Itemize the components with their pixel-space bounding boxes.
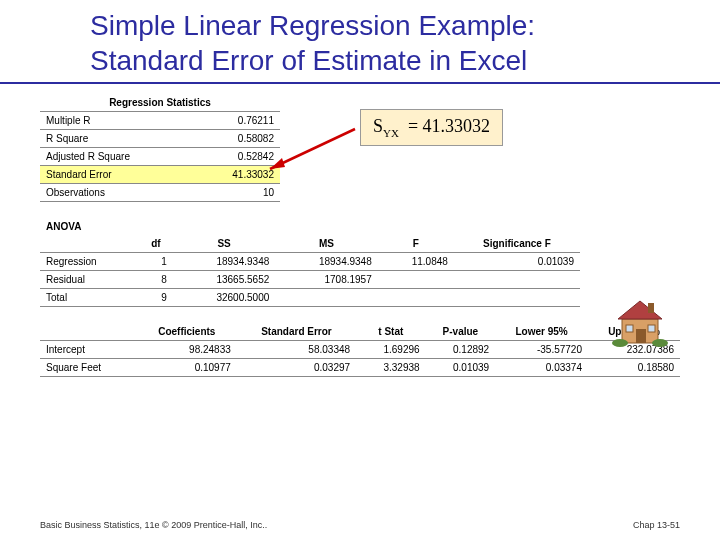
table-row: Observations 10 [40, 184, 280, 202]
coefficients-table: Coefficients Standard Error t Stat P-val… [40, 323, 680, 377]
table-row: Intercept 98.24833 58.03348 1.69296 0.12… [40, 341, 680, 359]
regression-stats-table: Regression Statistics Multiple R 0.76211… [40, 94, 280, 202]
table-row: Multiple R 0.76211 [40, 112, 280, 130]
svg-marker-0 [270, 158, 285, 169]
table-row: Total 9 32600.5000 [40, 289, 580, 307]
svg-point-8 [652, 339, 668, 347]
footer-right: Chap 13-51 [633, 520, 680, 530]
house-icon [610, 297, 670, 347]
coef-header-row: Coefficients Standard Error t Stat P-val… [40, 323, 680, 341]
table-row: Residual 8 13665.5652 1708.1957 [40, 271, 580, 289]
table-row: Adjusted R Square 0.52842 [40, 148, 280, 166]
title-line1: Simple Linear Regression Example: [90, 10, 535, 41]
arrow-icon [260, 124, 360, 184]
svg-point-7 [612, 339, 628, 347]
footer-left: Basic Business Statistics, 11e © 2009 Pr… [40, 520, 267, 530]
table-row: R Square 0.58082 [40, 130, 280, 148]
svg-rect-3 [648, 303, 654, 313]
svg-rect-4 [636, 329, 646, 343]
anova-table: ANOVA df SS MS F Significance F Regressi… [40, 218, 580, 307]
slide-title: Simple Linear Regression Example: Standa… [0, 0, 720, 84]
content-area: SYX = 41.33032 Regression Statistics Mul… [0, 94, 720, 377]
title-line2: Standard Error of Estimate in Excel [90, 45, 527, 76]
svg-rect-6 [648, 325, 655, 332]
anova-title: ANOVA [40, 218, 580, 235]
table-row: Regression 1 18934.9348 18934.9348 11.08… [40, 253, 580, 271]
formula-rhs: 41.33032 [423, 116, 491, 136]
svg-rect-5 [626, 325, 633, 332]
table-row-standard-error: Standard Error 41.33032 [40, 166, 280, 184]
formula-subscript: YX [383, 127, 399, 139]
stats-header: Regression Statistics [40, 94, 280, 112]
table-row: Square Feet 0.10977 0.03297 3.32938 0.01… [40, 359, 680, 377]
svg-marker-2 [618, 301, 662, 319]
formula-callout: SYX = 41.33032 [360, 109, 503, 146]
anova-header-row: df SS MS F Significance F [40, 235, 580, 253]
